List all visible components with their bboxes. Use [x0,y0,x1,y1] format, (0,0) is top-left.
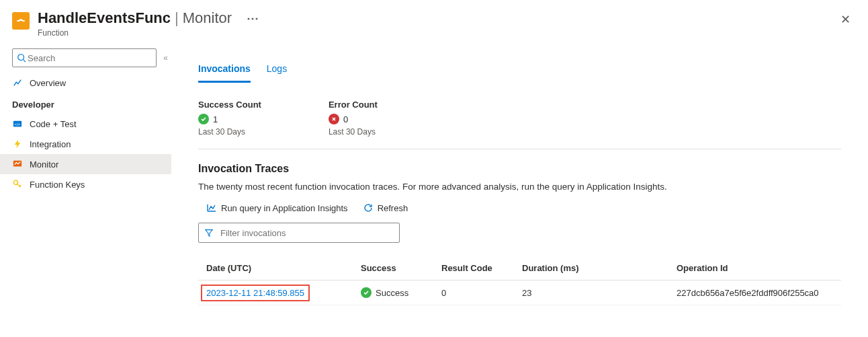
code-icon: </> [12,118,23,129]
col-result-code[interactable]: Result Code [441,263,522,273]
col-date[interactable]: Date (UTC) [206,263,361,273]
success-count-sub: Last 30 Days [198,127,261,137]
more-actions-button[interactable]: ⋯ [247,11,259,26]
trace-success-cell: Success [361,287,441,298]
invocation-traces-title: Invocation Traces [198,163,841,175]
summary-row: Success Count 1 Last 30 Days Error Count… [198,100,841,149]
col-success[interactable]: Success [361,263,441,273]
title-block: HandleEventsFunc | Monitor ⋯ Function [38,9,835,38]
action-row: Run query in Application Insights Refres… [198,202,841,213]
error-x-icon [329,114,339,124]
sidebar-item-function-keys[interactable]: Function Keys [0,174,171,194]
main-content: Invocations Logs Success Count 1 Last 30… [171,44,868,319]
trace-result-code: 0 [441,288,522,298]
success-count-value: 1 [213,114,218,124]
sidebar-item-integration[interactable]: Integration [0,134,171,154]
success-count-block: Success Count 1 Last 30 Days [198,100,261,137]
run-query-label: Run query in Application Insights [221,203,348,213]
key-icon [12,179,23,190]
chart-icon [206,202,217,213]
error-count-sub: Last 30 Days [329,127,378,137]
title-separator: | [175,9,179,27]
tabs: Invocations Logs [198,61,841,83]
page-name: Monitor [183,9,232,27]
resource-type-subtitle: Function [38,28,835,38]
svg-point-2 [18,54,24,61]
success-count-label: Success Count [198,100,261,110]
close-button[interactable]: ✕ [835,9,856,30]
trace-duration: 23 [522,288,677,298]
sidebar-item-label: Overview [30,78,66,88]
col-duration[interactable]: Duration (ms) [522,263,677,273]
trace-table: Date (UTC) Success Result Code Duration … [198,256,841,305]
sidebar-group-developer: Developer [0,93,171,114]
overview-icon [12,77,23,88]
header-bar: HandleEventsFunc | Monitor ⋯ Function ✕ [0,0,868,44]
filter-icon [204,228,214,237]
sidebar-item-code-test[interactable]: </> Code + Test [0,114,171,134]
filter-input[interactable] [219,227,394,239]
error-count-label: Error Count [329,100,378,110]
sidebar: « Overview Developer </> Code + Test Int… [0,44,171,319]
run-query-button[interactable]: Run query in Application Insights [206,202,348,213]
table-row: 2023-12-11 21:48:59.855 Success 0 23 227… [198,280,841,305]
error-count-block: Error Count 0 Last 30 Days [329,100,378,137]
table-header-row: Date (UTC) Success Result Code Duration … [198,256,841,280]
sidebar-item-label: Monitor [30,159,58,170]
search-input[interactable] [26,52,152,64]
trace-date-link[interactable]: 2023-12-11 21:48:59.855 [206,288,304,298]
error-count-value: 0 [343,114,348,124]
sidebar-item-overview[interactable]: Overview [0,73,171,93]
trace-success-text: Success [376,288,408,298]
svg-point-0 [18,20,19,22]
sidebar-item-monitor[interactable]: Monitor [0,154,171,174]
sidebar-item-label: Integration [30,139,71,149]
refresh-label: Refresh [378,203,408,213]
function-resource-icon [12,12,30,30]
monitor-icon [12,159,23,170]
tab-logs[interactable]: Logs [267,61,287,83]
svg-line-3 [24,60,26,63]
refresh-icon [363,202,374,213]
sidebar-item-label: Function Keys [30,180,85,190]
sidebar-search-box[interactable] [12,48,157,67]
refresh-button[interactable]: Refresh [363,202,408,213]
success-check-icon [361,287,372,298]
col-operation-id[interactable]: Operation Id [677,263,833,273]
sidebar-item-label: Code + Test [30,119,77,129]
svg-text:</>: </> [15,122,21,126]
search-icon [17,53,26,63]
lightning-icon [12,139,23,149]
success-check-icon [198,114,209,124]
trace-operation-id: 227dcb656a7e5f6e2fddff906f255ca0 [677,288,833,298]
collapse-sidebar-button[interactable]: « [163,53,166,63]
filter-invocations-box[interactable] [198,223,400,243]
highlight-frame: 2023-12-11 21:48:59.855 [201,285,310,301]
resource-name: HandleEventsFunc [38,9,171,27]
tab-invocations[interactable]: Invocations [198,61,251,83]
svg-point-1 [22,20,24,22]
invocation-traces-description: The twenty most recent function invocati… [198,182,841,192]
